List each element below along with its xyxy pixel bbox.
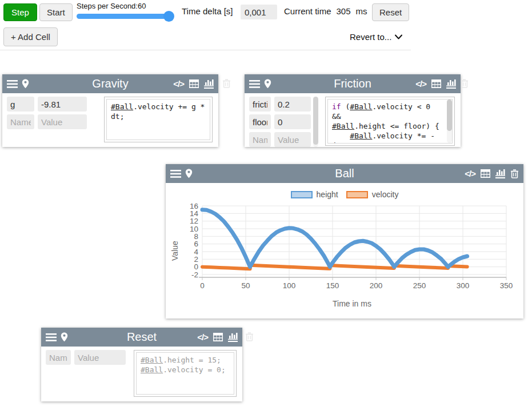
start-button[interactable]: Start [39, 3, 73, 21]
trash-icon[interactable] [460, 78, 469, 88]
pin-icon[interactable] [185, 169, 193, 178]
revert-to-label: Revert to... [350, 32, 391, 42]
param-value-input[interactable] [274, 132, 311, 147]
toolbar-divider [0, 50, 411, 50]
trash-icon[interactable] [222, 78, 231, 88]
code-view-icon[interactable]: </> [173, 79, 184, 89]
x-tick-label: 50 [241, 281, 250, 290]
cell-reset-header: Reset </> [41, 328, 242, 347]
y-tick-label: 14 [190, 209, 199, 218]
drag-handle-icon[interactable] [170, 170, 181, 178]
param-name-input[interactable] [46, 350, 71, 365]
cell-friction-header: Friction </> [245, 74, 461, 93]
param-list [7, 97, 87, 144]
steps-per-second-group: Steps per Second:60 [77, 2, 170, 19]
steps-per-second-label: Steps per Second:60 [77, 2, 170, 10]
ball-chart-svg: -20246810121416050100150200250300350 [181, 201, 523, 290]
cell-gravity: Gravity </> #Ball.velocity += g * [2, 74, 218, 147]
param-name-input[interactable] [249, 114, 271, 129]
current-time-value: 305 [337, 6, 351, 16]
cell-gravity-header: Gravity </> [2, 74, 218, 93]
cell-ball-header: Ball </> [166, 164, 523, 183]
current-time-group: Current time 305 ms [284, 6, 367, 16]
x-tick-label: 150 [326, 281, 339, 290]
series-velocity [202, 265, 467, 269]
legend-label: height [317, 190, 338, 199]
chart-view-icon[interactable] [495, 169, 505, 178]
time-delta-label: Time delta [s] [182, 6, 233, 16]
code-scrollbar[interactable] [447, 99, 452, 143]
drag-handle-icon[interactable] [7, 80, 18, 88]
code-view-icon[interactable]: </> [465, 169, 475, 178]
pin-icon[interactable] [22, 79, 29, 89]
trash-icon[interactable] [510, 169, 519, 178]
param-name-input[interactable] [249, 97, 271, 112]
code-text[interactable]: if (#Ball.velocity < 0 && #Ball.height <… [332, 102, 442, 144]
x-tick-label: 0 [200, 281, 205, 290]
x-tick-label: 350 [500, 281, 513, 290]
code-view-icon[interactable]: </> [415, 79, 426, 89]
param-row [249, 97, 311, 112]
x-tick-label: 100 [283, 281, 296, 290]
legend-item-height[interactable]: height [291, 190, 338, 199]
pin-icon[interactable] [61, 332, 68, 342]
cell-ball-body: height velocity Value -20246810121416050… [166, 190, 523, 308]
chart-view-icon[interactable] [228, 332, 238, 342]
param-list [249, 97, 311, 144]
trash-icon[interactable] [245, 332, 254, 341]
table-view-icon[interactable] [481, 169, 490, 178]
chart-x-axis-label: Time in ms [181, 299, 523, 308]
table-view-icon[interactable] [189, 79, 199, 88]
chevron-down-icon [395, 34, 402, 39]
drag-handle-icon[interactable] [46, 333, 57, 341]
current-time-unit: ms [356, 6, 367, 16]
code-editor[interactable]: #Ball.velocity += g * dt; [104, 97, 213, 142]
code-text[interactable]: #Ball.height = 15; #Ball.velocity = 0; [141, 355, 230, 375]
param-value-input[interactable] [274, 97, 311, 112]
y-tick-label: 2 [194, 255, 198, 264]
legend-label: velocity [372, 190, 399, 199]
y-tick-label: -2 [191, 270, 198, 279]
y-tick-label: 12 [190, 217, 198, 225]
y-tick-label: 8 [194, 232, 198, 241]
time-delta-input[interactable] [241, 5, 277, 19]
param-value-input[interactable] [74, 350, 126, 365]
param-name-input[interactable] [249, 132, 271, 147]
cell-reset: Reset </> #Ball.height = 15; #Ball.veloc… [41, 328, 242, 401]
param-value-input[interactable] [274, 114, 311, 129]
cell-friction: Friction </> [245, 74, 461, 147]
y-tick-label: 10 [190, 225, 198, 233]
param-name-input[interactable] [7, 114, 34, 129]
param-row [249, 114, 311, 129]
pin-icon[interactable] [264, 79, 271, 89]
legend-swatch-velocity [346, 191, 368, 198]
code-editor[interactable]: #Ball.height = 15; #Ball.velocity = 0; [134, 350, 237, 397]
slider-thumb[interactable] [163, 11, 174, 22]
chart-view-icon[interactable] [446, 79, 456, 89]
table-view-icon[interactable] [213, 333, 223, 341]
drag-handle-icon[interactable] [249, 80, 260, 88]
param-list [46, 350, 126, 398]
param-name-input[interactable] [7, 97, 34, 112]
add-cell-button[interactable]: + Add Cell [3, 27, 58, 46]
chart-view-icon[interactable] [204, 79, 214, 89]
chart-legend: height velocity [166, 190, 523, 199]
revert-to-dropdown[interactable]: Revert to... [350, 32, 402, 42]
param-value-input[interactable] [38, 114, 87, 129]
table-view-icon[interactable] [431, 79, 441, 88]
code-text[interactable]: #Ball.velocity += g * dt; [111, 102, 206, 121]
param-value-input[interactable] [38, 97, 87, 112]
x-tick-label: 200 [370, 281, 383, 290]
ball-chart[interactable]: -20246810121416050100150200250300350 Tim… [181, 201, 523, 308]
code-editor[interactable]: if (#Ball.velocity < 0 && #Ball.height <… [325, 97, 455, 146]
y-tick-label: 16 [190, 202, 198, 210]
reset-time-button[interactable]: Reset [372, 3, 409, 21]
code-view-icon[interactable]: </> [197, 332, 208, 342]
ball-chart-plot[interactable]: -20246810121416050100150200250300350 [181, 201, 523, 292]
param-scrollbar[interactable] [313, 97, 318, 147]
param-row [7, 97, 87, 112]
step-button[interactable]: Step [3, 3, 37, 21]
param-row-empty [249, 132, 311, 147]
steps-per-second-slider[interactable] [77, 14, 170, 19]
legend-item-velocity[interactable]: velocity [346, 190, 399, 199]
